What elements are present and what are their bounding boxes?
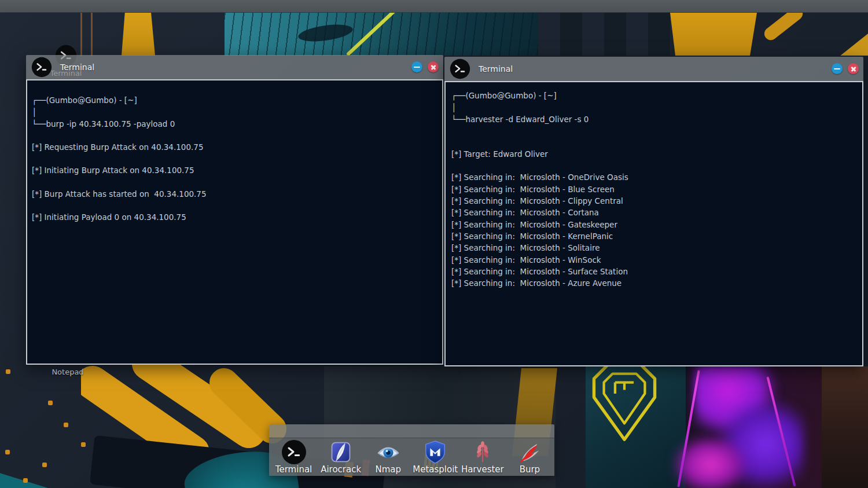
terminal-line: │: [451, 102, 859, 114]
top-panel: [0, 0, 868, 13]
terminal-line: [*] Initiating Payload 0 on 40.34.100.75: [32, 206, 439, 229]
dock-item-airocrack[interactable]: Airocrack: [318, 439, 363, 475]
terminal-prompt-block: ┌──(Gumbo@Gumbo) - [~]│└──harvester -d E…: [451, 90, 859, 126]
window-title: Terminal: [479, 64, 513, 74]
terminal-line: [*] Searching in: Microsloth - Solitaire: [451, 242, 859, 254]
terminal-line: [*] Searching in: Microsloth - Blue Scre…: [451, 183, 859, 195]
terminal-output-area[interactable]: ┌──(Gumbo@Gumbo) - [~]│└──burp -ip 40.34…: [26, 79, 443, 365]
nmap-icon: [376, 439, 401, 465]
burp-icon: [517, 439, 542, 465]
terminal-line: └──burp -ip 40.34.100.75 -payload 0: [32, 118, 439, 130]
terminal-line: [*] Burp Attack has started on 40.34.100…: [32, 182, 439, 206]
terminal-line: [*] Target: Edward Oliver: [451, 142, 859, 166]
wallpaper-dot: [6, 369, 10, 374]
desktop-icon-notepad[interactable]: Notepad: [43, 365, 93, 376]
terminal-line: [*] Searching in: Microsloth - Cortana: [451, 207, 859, 218]
wallpaper-shape: [0, 459, 67, 488]
wallpaper-dot: [5, 450, 10, 454]
wallpaper-shape: [122, 13, 155, 56]
terminal-line: ┌──(Gumbo@Gumbo) - [~]: [32, 94, 439, 107]
terminal-line: │: [32, 107, 439, 119]
close-button[interactable]: [428, 61, 439, 72]
minimize-button[interactable]: [832, 63, 843, 74]
dock-item-harvester[interactable]: Harvester: [460, 439, 505, 475]
minimize-button[interactable]: [411, 61, 422, 72]
terminal-line: [*] Initiating Burp Attack on 40.34.100.…: [32, 159, 439, 182]
terminal-icon: [450, 58, 470, 79]
wallpaper-shape: [538, 13, 671, 56]
terminal-line: [*] Requesting Burp Attack on 40.34.100.…: [32, 135, 439, 159]
dock-item-label: Airocrack: [321, 465, 361, 475]
terminal-line: ┌──(Gumbo@Gumbo) - [~]: [451, 90, 859, 102]
terminal-line: [*] Searching in: Microsloth - Gateskeep…: [451, 218, 859, 230]
wallpaper-badge: [590, 362, 659, 443]
desktop-screen: Terminal Notepad Terminal ┌──(Gumbo@Gumb…: [0, 0, 868, 488]
harvester-icon: [470, 439, 495, 465]
terminal-search-lines: [*] Searching in: Microsloth - OneDrive …: [451, 171, 859, 289]
wallpaper-shape: [670, 13, 757, 56]
wallpaper-shape: [829, 34, 868, 56]
terminal-output-lines: [*] Requesting Burp Attack on 40.34.100.…: [32, 135, 439, 229]
desktop-icon-label: Notepad: [43, 368, 93, 376]
terminal-icon: [31, 57, 52, 78]
wallpaper-dot: [42, 463, 47, 467]
terminal-line: [*] Searching in: Microsloth - Clippy Ce…: [451, 195, 859, 207]
dock: Terminal Airocrack: [269, 424, 554, 476]
dock-item-label: Terminal: [275, 465, 312, 475]
terminal-line: [*] Searching in: Microsloth - Azure Ave…: [451, 277, 859, 289]
terminal-line: └──harvester -d Edward_Oliver -s 0: [451, 113, 859, 126]
terminal-line: [*] Searching in: Microsloth - WinSock: [451, 254, 859, 265]
dock-item-label: Metasploit: [413, 465, 458, 475]
wallpaper-dot: [64, 423, 68, 427]
window-title: Terminal: [60, 63, 94, 72]
window-titlebar[interactable]: Terminal: [444, 57, 863, 81]
terminal-output-area[interactable]: ┌──(Gumbo@Gumbo) - [~]│└──harvester -d E…: [444, 81, 863, 366]
close-button[interactable]: [848, 63, 859, 74]
dock-item-label: Harvester: [461, 465, 504, 475]
dock-item-terminal[interactable]: Terminal: [271, 439, 317, 475]
dock-handle[interactable]: [269, 424, 554, 438]
dock-item-burp[interactable]: Burp: [507, 439, 552, 475]
dock-item-label: Nmap: [375, 465, 401, 475]
terminal-line: [*] Searching in: Microsloth - OneDrive …: [451, 171, 859, 183]
terminal-window-right: Terminal ┌──(Gumbo@Gumbo) - [~]│└──harve…: [444, 57, 863, 366]
wallpaper-dot: [23, 478, 28, 483]
dock-item-nmap[interactable]: Nmap: [366, 439, 411, 475]
terminal-line: [*] Searching in: Microsloth - Surface S…: [451, 266, 859, 277]
terminal-prompt-block: ┌──(Gumbo@Gumbo) - [~]│└──burp -ip 40.34…: [32, 94, 439, 130]
dock-body: Terminal Airocrack: [269, 438, 554, 476]
terminal-line: [*] Searching in: Microsloth - KernelPan…: [451, 230, 859, 242]
wallpaper-dot: [81, 442, 86, 447]
dock-item-metasploit[interactable]: Metasploit: [413, 439, 458, 475]
window-titlebar[interactable]: Terminal: [26, 55, 443, 79]
wallpaper-shape: [822, 366, 868, 488]
wallpaper-shape: [91, 13, 93, 56]
terminal-icon: [281, 439, 307, 465]
airocrack-icon: [328, 439, 354, 465]
wallpaper-dot: [48, 401, 53, 405]
metasploit-icon: [422, 439, 448, 465]
terminal-window-left: Terminal ┌──(Gumbo@Gumbo) - [~]│└──burp …: [26, 55, 443, 365]
dock-item-label: Burp: [520, 465, 540, 475]
